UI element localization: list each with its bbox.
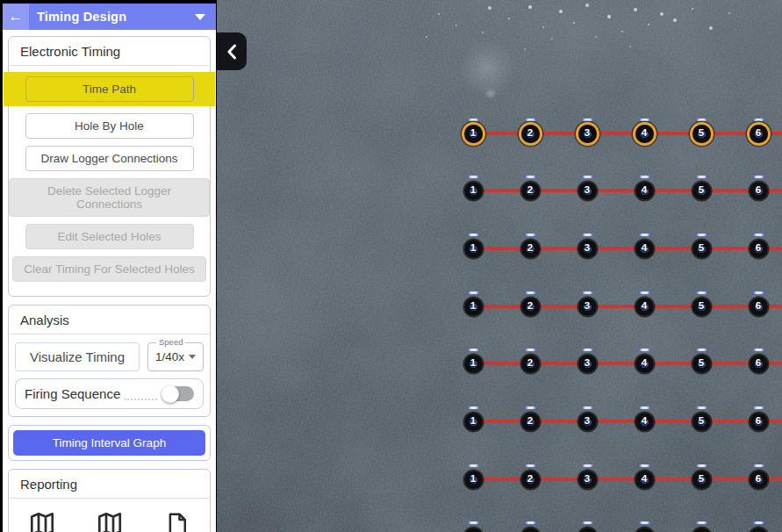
blast-hole[interactable]: 5: [692, 182, 711, 200]
blast-hole[interactable]: 2: [521, 471, 540, 489]
analysis-panel: Analysis Visualize Timing Speed 1/40x Fi…: [8, 305, 211, 417]
analysis-controls-row: Visualize Timing Speed 1/40x: [9, 334, 210, 373]
blast-hole[interactable]: 3: [578, 182, 597, 200]
timing-plan-report-button[interactable]: Timing Plan: [14, 510, 70, 532]
clear-timing-for-selected-holes-button[interactable]: Clear Timing For Selected Holes: [12, 256, 205, 282]
blast-hole[interactable]: 4: [635, 125, 654, 143]
chevron-down-icon[interactable]: [195, 14, 205, 20]
timing-dash: [753, 464, 764, 467]
collapse-sidebar-button[interactable]: [217, 32, 247, 70]
speed-select-value: 1/40x: [155, 350, 184, 363]
firing-sequence-toggle[interactable]: [162, 386, 194, 401]
connection-line: [473, 362, 782, 365]
speed-select[interactable]: Speed 1/40x: [147, 342, 204, 371]
timing-dash: [696, 521, 707, 524]
timing-dash: [468, 521, 479, 524]
timing-dash: [525, 234, 536, 236]
delete-selected-logger-connections-button[interactable]: Delete Selected Logger Connections: [9, 178, 210, 217]
blast-hole[interactable]: 3: [578, 471, 597, 489]
blast-hole[interactable]: 5: [692, 471, 711, 489]
blast-hole[interactable]: 4: [635, 471, 654, 489]
blast-hole[interactable]: 4: [635, 413, 654, 431]
reporting-items-row: Timing Plan Timing Logger: [9, 499, 210, 532]
timing-dash: [639, 406, 650, 409]
blast-hole[interactable]: 5: [692, 298, 711, 316]
sidebar-header: ← Timing Design: [3, 4, 216, 30]
blast-hole[interactable]: 1: [464, 413, 483, 431]
blast-hole[interactable]: 6: [750, 125, 768, 143]
loading-usage-report-button[interactable]: Loading Usage: [149, 510, 205, 532]
timing-dash: [753, 176, 764, 178]
reporting-panel: Reporting Timing Plan Timin: [8, 469, 211, 532]
blast-hole[interactable]: 4: [635, 182, 654, 200]
blast-hole[interactable]: 3: [578, 125, 597, 143]
blast-hole[interactable]: 2: [521, 125, 540, 143]
blast-hole[interactable]: 3: [578, 298, 597, 316]
back-button[interactable]: ←: [3, 4, 29, 30]
timing-dash: [639, 464, 650, 467]
timing-interval-graph-button[interactable]: Timing Interval Graph: [13, 430, 205, 456]
blast-hole[interactable]: 2: [521, 240, 540, 258]
connection-line: [473, 478, 782, 481]
timing-dash: [639, 234, 650, 236]
visualize-timing-button[interactable]: Visualize Timing: [15, 342, 140, 371]
blast-hole[interactable]: 4: [635, 240, 654, 258]
connection-line: [473, 247, 782, 250]
section-title-reporting: Reporting: [10, 470, 209, 499]
edit-selected-holes-button[interactable]: Edit Selected Holes: [25, 224, 194, 249]
timing-logger-report-button[interactable]: Timing Logger: [82, 510, 138, 532]
document-icon: [164, 510, 190, 532]
map-canvas[interactable]: 1234561234561234561234561234561234561234…: [217, 0, 782, 532]
map-icon: [27, 510, 57, 532]
blast-hole[interactable]: 1: [464, 471, 483, 489]
blast-hole[interactable]: 6: [750, 182, 768, 200]
timing-dash: [468, 349, 479, 351]
blast-hole[interactable]: 6: [750, 413, 768, 431]
timing-dash: [582, 521, 593, 524]
blast-hole[interactable]: 3: [578, 240, 597, 258]
blast-hole[interactable]: 6: [750, 298, 768, 316]
firing-sequence-control: Firing Sequence: [15, 378, 204, 409]
blast-hole[interactable]: 6: [750, 471, 768, 489]
blast-hole[interactable]: 1: [464, 355, 483, 373]
blast-hole[interactable]: 5: [692, 240, 711, 258]
hole-by-hole-button[interactable]: Hole By Hole: [25, 113, 194, 139]
blast-hole[interactable]: 6: [750, 240, 768, 258]
blast-hole[interactable]: 2: [521, 413, 540, 431]
blast-hole[interactable]: 3: [578, 355, 597, 373]
electronic-timing-panel: Electronic Timing Time Path Hole By Hole…: [8, 36, 211, 297]
blast-hole[interactable]: 2: [521, 182, 540, 200]
blast-hole[interactable]: 2: [521, 298, 540, 316]
blast-hole[interactable]: 5: [692, 355, 711, 373]
timing-dash: [468, 291, 479, 294]
chevron-left-icon: [226, 44, 237, 60]
draw-logger-connections-button[interactable]: Draw Logger Connections: [25, 146, 194, 171]
blast-hole[interactable]: 5: [692, 125, 711, 143]
time-path-button[interactable]: Time Path: [25, 76, 194, 102]
connection-line: [473, 189, 782, 192]
blast-hole[interactable]: 1: [464, 298, 483, 316]
timing-dash: [639, 291, 650, 294]
timing-dash: [582, 349, 593, 351]
timing-dash: [582, 234, 593, 236]
blast-hole[interactable]: 1: [464, 240, 483, 258]
blast-hole[interactable]: 6: [750, 355, 768, 373]
timing-dash: [468, 464, 479, 467]
timing-dash: [696, 176, 707, 178]
timing-dash: [525, 119, 536, 121]
blast-hole[interactable]: 2: [521, 355, 540, 373]
timing-dash: [753, 291, 764, 294]
timing-dash: [639, 521, 650, 524]
blast-hole[interactable]: 3: [578, 413, 597, 431]
blast-hole[interactable]: 5: [692, 413, 711, 431]
blast-hole[interactable]: 1: [464, 125, 483, 143]
time-path-highlight: Time Path: [4, 72, 215, 106]
timing-dash: [582, 176, 593, 178]
timing-dash: [753, 349, 764, 351]
blast-hole[interactable]: 4: [635, 355, 654, 373]
timing-dash: [525, 464, 536, 467]
blast-hole[interactable]: 1: [464, 182, 483, 200]
blast-hole[interactable]: 4: [635, 298, 654, 316]
gravel-speckles: [217, 0, 219, 2]
connection-line: [473, 132, 782, 135]
